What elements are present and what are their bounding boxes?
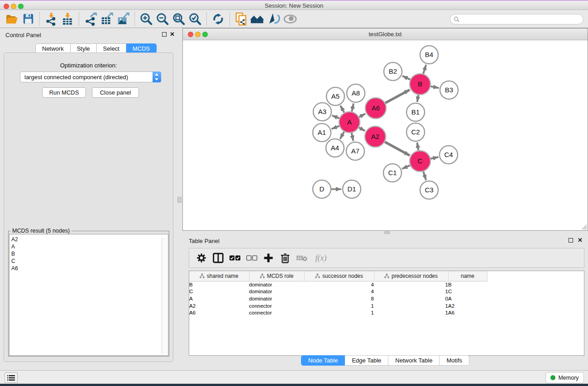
graph-edge-A-A7[interactable] (352, 133, 354, 141)
table-cell[interactable]: 8 (304, 295, 374, 302)
graph-edge-A2-C[interactable] (385, 142, 410, 155)
table-cell[interactable]: 1 (374, 302, 448, 310)
open-file-icon[interactable] (4, 12, 20, 26)
first-neighbors-icon[interactable] (249, 12, 266, 26)
tab-network-table[interactable]: Network Table (388, 355, 440, 366)
zoom-selected-icon[interactable] (187, 12, 203, 26)
table-row[interactable]: A6connector11A6 (189, 309, 584, 316)
table-cell[interactable]: A (448, 295, 487, 302)
graph-node-D[interactable]: D (313, 180, 331, 198)
graph-node-B1[interactable]: B1 (406, 103, 425, 121)
close-panel-icon[interactable]: ✕ (170, 31, 175, 38)
table-row[interactable]: Bdominator41B (189, 281, 584, 288)
task-history-button[interactable] (5, 372, 18, 383)
graph-node-C4[interactable]: C4 (440, 146, 458, 164)
select-all-checkboxes-icon[interactable] (226, 250, 243, 266)
graph-edge-C-C4[interactable] (430, 157, 438, 159)
export-image-icon[interactable] (115, 12, 131, 26)
table-cell[interactable]: A (189, 295, 249, 302)
delete-table-icon[interactable] (293, 250, 310, 266)
table-cell[interactable]: 1 (304, 302, 374, 310)
graph-node-A8[interactable]: A8 (347, 84, 365, 102)
graph-edge-B-B1[interactable] (417, 95, 419, 102)
graph-node-C1[interactable]: C1 (383, 164, 402, 182)
graph-edge-A-A8[interactable] (352, 103, 354, 111)
function-builder-icon[interactable]: f(x) (310, 250, 332, 266)
table-cell[interactable]: dominator (249, 295, 304, 302)
table-cell[interactable]: B (448, 281, 487, 288)
table-cell[interactable]: 1 (374, 288, 448, 295)
float-panel-icon[interactable] (162, 32, 167, 37)
window-resize-grip[interactable] (580, 223, 587, 230)
table-cell[interactable]: A2 (448, 302, 487, 310)
graph-node-A2[interactable]: A2 (365, 126, 386, 147)
table-row[interactable]: Adominator80A (189, 295, 584, 302)
add-icon[interactable] (260, 250, 277, 266)
refresh-layout-icon[interactable] (210, 12, 226, 26)
table-cell[interactable]: dominator (249, 288, 304, 295)
graph-node-B2[interactable]: B2 (384, 62, 402, 81)
graph-edge-A-A4[interactable] (340, 132, 344, 139)
graph-edge-C-C2[interactable] (417, 143, 419, 151)
graph-node-A3[interactable]: A3 (313, 103, 331, 121)
settings-gear-icon[interactable] (193, 250, 210, 266)
graph-edge-B-B2[interactable] (402, 76, 410, 80)
table-cell[interactable]: C (189, 288, 249, 295)
tab-motifs[interactable]: Motifs (440, 355, 469, 366)
column-header[interactable]: MCDS role (249, 271, 304, 281)
graph-node-A4[interactable]: A4 (326, 139, 344, 157)
column-header[interactable]: shared name (189, 271, 249, 281)
table-cell[interactable]: 1 (304, 309, 374, 316)
graph-edge-A6-B[interactable] (385, 90, 410, 103)
tab-select[interactable]: Select (97, 43, 126, 53)
tab-network[interactable]: Network (35, 43, 71, 53)
zoom-in-icon[interactable] (138, 12, 154, 26)
result-list-item[interactable]: A (11, 243, 168, 250)
graph-node-C[interactable]: C (410, 151, 430, 172)
table-cell[interactable]: A6 (448, 309, 487, 316)
graph-node-A[interactable]: A (339, 112, 360, 133)
graph-node-B3[interactable]: B3 (440, 81, 458, 99)
table-cell[interactable]: connector (249, 309, 304, 316)
graph-edge-A-A2[interactable] (359, 128, 365, 131)
vertical-splitter-handle[interactable] (177, 197, 182, 203)
vertical-splitter[interactable] (177, 29, 182, 370)
table-cell[interactable]: C (448, 288, 487, 295)
import-network-icon[interactable] (43, 12, 59, 26)
graph-node-B[interactable]: B (410, 74, 430, 95)
column-header[interactable]: predecessor nodes (374, 271, 448, 281)
graph-edge-A-A3[interactable] (332, 115, 339, 118)
table-float-panel-icon[interactable] (569, 238, 573, 243)
graph-edge-B-B4[interactable] (423, 65, 426, 74)
export-table-icon[interactable] (99, 12, 115, 26)
run-mcds-button[interactable]: Run MCDS (42, 87, 86, 98)
horizontal-splitter[interactable] (182, 231, 588, 234)
table-cell[interactable]: 4 (304, 288, 374, 295)
graph-node-A5[interactable]: A5 (326, 87, 344, 105)
graphics-details-icon[interactable] (266, 12, 282, 26)
table-cell[interactable]: dominator (249, 281, 304, 288)
save-session-icon[interactable] (20, 12, 36, 26)
graph-node-A1[interactable]: A1 (313, 124, 331, 142)
result-list-scrollbar[interactable] (162, 238, 167, 354)
table-cell[interactable]: 1 (374, 281, 448, 288)
tab-style[interactable]: Style (71, 43, 97, 53)
graph-node-C2[interactable]: C2 (406, 123, 425, 141)
annotations-eye-icon[interactable] (282, 12, 298, 26)
horizontal-splitter-handle[interactable] (384, 231, 390, 234)
result-list-item[interactable]: A2 (11, 236, 168, 243)
node-table[interactable]: shared nameMCDS rolesuccessor nodesprede… (189, 271, 584, 356)
graph-edge-A-A5[interactable] (340, 105, 344, 113)
deselect-all-checkboxes-icon[interactable] (243, 250, 260, 266)
table-cell[interactable]: A2 (189, 302, 249, 310)
table-cell[interactable]: 4 (304, 281, 374, 288)
tab-mcds[interactable]: MCDS (126, 43, 157, 53)
search-input[interactable] (462, 16, 583, 23)
result-list-item[interactable]: A6 (11, 265, 168, 272)
table-row[interactable]: A2connector11A2 (189, 302, 584, 310)
zoom-out-icon[interactable] (154, 12, 171, 26)
memory-button[interactable]: Memory (545, 372, 584, 383)
graph-node-C3[interactable]: C3 (420, 181, 438, 199)
tab-node-table[interactable]: Node Table (301, 355, 345, 366)
table-close-panel-icon[interactable]: ✕ (578, 237, 583, 243)
